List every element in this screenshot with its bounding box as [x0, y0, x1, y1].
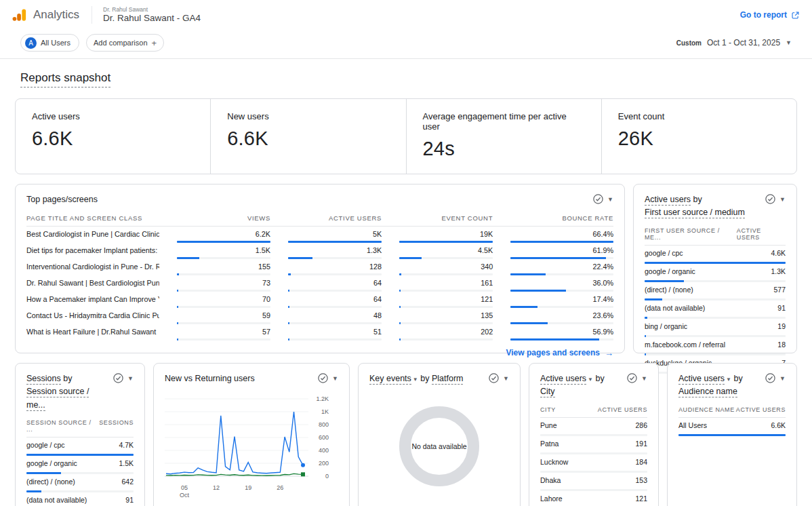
row-value: 91: [777, 304, 786, 312]
metric-selector[interactable]: Key events: [369, 374, 411, 385]
page-title-cell: Diet tips for pacemaker Implant patients…: [26, 246, 159, 259]
source-medium-table-body: google / cpc4.6Kgoogle / organic1.3K(dir…: [645, 246, 786, 374]
row-value: 1.5K: [119, 459, 134, 467]
kpi-active-users: Active users 6.6K: [16, 99, 211, 174]
metric-selector[interactable]: Active users: [678, 374, 725, 385]
table-row: Diet tips for pacemaker Implant patients…: [26, 243, 613, 259]
row-value: 286: [635, 421, 647, 429]
row-label: (direct) / (none): [26, 478, 75, 486]
list-item: (direct) / (none)577: [645, 282, 786, 300]
page-title-cell: How a Pacemaker implant Can Improve Your…: [26, 295, 159, 308]
row-label: Pune: [540, 421, 557, 429]
add-comparison-label: Add comparison: [94, 39, 148, 47]
metric-cell: 121: [399, 295, 493, 308]
metric-cell: 1.5K: [177, 246, 270, 259]
metric-selector[interactable]: Active users: [540, 374, 586, 385]
row-label: (data not available): [645, 304, 705, 312]
x-axis-tick: 05Oct: [180, 484, 189, 499]
y-axis-tick: 0: [325, 473, 329, 480]
data-quality-icon[interactable]: [765, 372, 776, 384]
view-pages-and-screens-link[interactable]: View pages and screens →: [506, 348, 613, 358]
card-options-caret-icon[interactable]: ▼: [779, 196, 786, 203]
audiences-card: Active users▼ by Audience name ▼ AUDIENC…: [667, 363, 797, 506]
card-options-caret-icon[interactable]: ▼: [127, 375, 134, 382]
column-header[interactable]: PAGE TITLE AND SCREEN CLASS: [26, 214, 159, 222]
row-value: 577: [773, 286, 786, 294]
data-quality-icon[interactable]: [488, 372, 500, 384]
metric-selector[interactable]: Sessions: [26, 374, 61, 385]
metric-cell: 48: [288, 311, 382, 324]
date-range-picker[interactable]: Custom Oct 1 - Oct 31, 2025 ▼: [676, 38, 792, 47]
x-axis-tick: 12: [213, 484, 220, 492]
metric-cell: 59: [177, 311, 270, 324]
top-pages-card: Top pages/screens ▼ PAGE TITLE AND SCREE…: [15, 184, 625, 353]
property-switcher[interactable]: Dr. Rahul Sawant Dr. Rahul Sawant - GA4: [92, 6, 201, 24]
table-header: AUDIENCE NAME ACTIVE USERS: [678, 403, 786, 418]
card-options-caret-icon[interactable]: ▼: [607, 196, 613, 203]
dimension-selector[interactable]: City: [540, 387, 555, 397]
metric-cell: 6.2K: [177, 230, 270, 243]
y-axis-tick: 1K: [321, 408, 329, 415]
column-header[interactable]: BOUNCE RATE: [510, 214, 613, 222]
table-header: SESSION SOURCE / ... SESSIONS: [26, 416, 134, 437]
page-title-cell: Interventional Cardiologist in Pune - Dr…: [26, 262, 159, 275]
column-header[interactable]: ACTIVE USERS: [736, 406, 786, 413]
top-pages-table-body: Best Cardiologist in Pune | Cardiac Clin…: [26, 227, 613, 340]
x-axis: 05Oct121926: [165, 484, 308, 501]
list-item: All Users6.6K: [678, 418, 786, 436]
list-item: Lahore121: [540, 491, 647, 506]
add-comparison-button[interactable]: Add comparison +: [86, 34, 164, 52]
data-quality-icon[interactable]: [592, 193, 604, 205]
app-name: Analytics: [33, 8, 79, 22]
metric-cell: 51: [288, 328, 382, 340]
table-row: Contact Us - Hridaymitra Cardia Clinic P…: [26, 308, 613, 324]
column-header[interactable]: VIEWS: [177, 214, 270, 222]
new-vs-returning-card: New vs Returning users ▼ 05Oct121926 020…: [153, 363, 350, 506]
segment-all-users-chip[interactable]: A All Users: [20, 34, 79, 52]
data-quality-icon[interactable]: [765, 193, 776, 205]
table-row: Best Cardiologist in Pune | Cardiac Clin…: [26, 227, 613, 243]
card-options-caret-icon[interactable]: ▼: [779, 375, 786, 382]
kpi-label: Event count: [618, 111, 780, 121]
date-mode-label: Custom: [676, 39, 702, 47]
data-quality-icon[interactable]: [113, 372, 124, 384]
metric-cell: 1.3K: [288, 246, 382, 259]
column-header[interactable]: SESSIONS: [99, 419, 134, 433]
card-options-caret-icon[interactable]: ▼: [503, 375, 509, 382]
column-header[interactable]: FIRST USER SOURCE / ME...: [645, 227, 737, 241]
column-header[interactable]: ACTIVE USERS: [598, 406, 647, 413]
row-value: 6.6K: [771, 421, 786, 429]
column-header[interactable]: ACTIVE USERS: [737, 227, 786, 241]
page-title-cell: Dr. Rahul Sawant | Best Cardiologist Pun…: [26, 279, 159, 292]
empty-donut-ring: No data available: [399, 406, 479, 486]
go-to-report-link[interactable]: Go to report: [740, 10, 800, 20]
row-value: 184: [635, 458, 647, 466]
data-quality-icon[interactable]: [317, 372, 329, 384]
go-to-report-label: Go to report: [740, 10, 787, 20]
column-header[interactable]: EVENT COUNT: [399, 214, 493, 222]
dimension-selector[interactable]: Audience name: [678, 387, 737, 397]
metric-cell: 56.9%: [510, 328, 613, 340]
column-header[interactable]: SESSION SOURCE / ...: [26, 419, 99, 433]
table-header: FIRST USER SOURCE / ME... ACTIVE USERS: [645, 224, 786, 246]
dimension-selector[interactable]: First user source / medium: [645, 208, 745, 218]
dimension-selector[interactable]: Platform: [432, 374, 464, 385]
data-quality-icon[interactable]: [626, 372, 638, 384]
plus-icon: +: [152, 38, 157, 48]
card-options-caret-icon[interactable]: ▼: [641, 375, 647, 382]
dimension-selector[interactable]: Session source / me...: [26, 387, 89, 410]
y-axis-tick: 600: [319, 434, 329, 441]
chevron-down-icon: ▼: [726, 376, 731, 383]
column-header[interactable]: CITY: [540, 406, 556, 413]
metric-cell: 5K: [288, 230, 382, 243]
card-options-caret-icon[interactable]: ▼: [332, 375, 338, 382]
kpi-value: 26K: [618, 128, 780, 150]
metric-selector[interactable]: Active users: [645, 195, 691, 206]
analytics-home-link[interactable]: Analytics: [12, 7, 79, 22]
list-item: (direct) / (none)642: [26, 474, 134, 492]
metric-cell: 135: [399, 311, 493, 324]
column-header[interactable]: AUDIENCE NAME: [678, 406, 735, 413]
page-title-cell: Contact Us - Hridaymitra Cardia Clinic P…: [26, 311, 159, 324]
column-header[interactable]: ACTIVE USERS: [288, 214, 382, 222]
metric-cell: 70: [177, 295, 270, 308]
